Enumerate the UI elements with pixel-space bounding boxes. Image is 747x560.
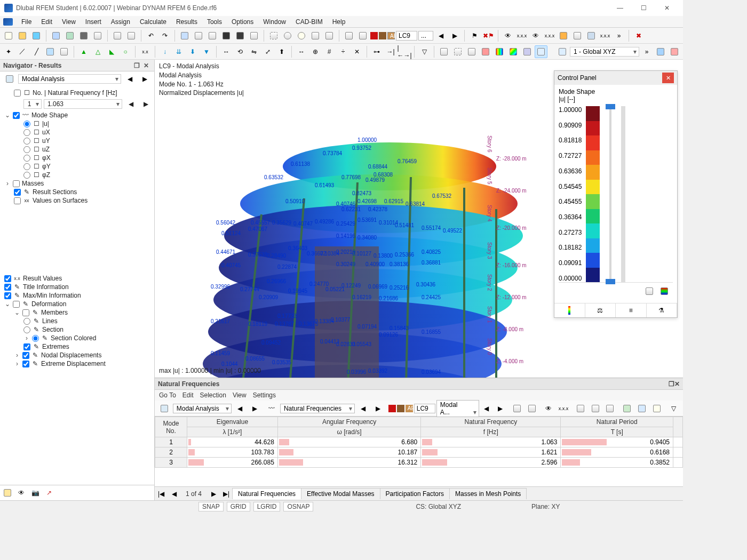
- legend-scrollbar[interactable]: [621, 106, 625, 282]
- menu-results[interactable]: Results: [172, 17, 202, 27]
- nav-next-icon[interactable]: ▶: [138, 73, 151, 85]
- nav-filter-icon[interactable]: [3, 73, 16, 85]
- nav-modeshape-row[interactable]: ⌄ 〰 Mode Shape: [0, 111, 154, 119]
- bp-dim-icon[interactable]: x.x.x: [557, 402, 570, 415]
- nav-tab4-icon[interactable]: ↗: [43, 486, 55, 499]
- nav-close-icon[interactable]: ✕: [141, 61, 151, 70]
- menu-assign[interactable]: Assign: [107, 17, 134, 27]
- undo-icon[interactable]: ↶: [145, 29, 157, 42]
- join-icon[interactable]: ⊕: [309, 45, 322, 58]
- nav-lines-row[interactable]: ✎ Lines: [0, 317, 154, 325]
- nav-lines-radio[interactable]: [23, 318, 30, 325]
- plot1-icon[interactable]: [438, 45, 450, 58]
- nav-members-row[interactable]: ⌄ ✎ Members: [0, 308, 154, 317]
- load3-icon[interactable]: ⬇: [186, 45, 199, 58]
- view3d-icon[interactable]: [556, 45, 569, 58]
- bp-view[interactable]: View: [233, 391, 247, 399]
- bp-tbl3-icon[interactable]: [603, 402, 616, 415]
- menu-help[interactable]: Help: [328, 17, 350, 27]
- select-node-icon[interactable]: [323, 29, 336, 42]
- dim2-icon[interactable]: x.x.x: [543, 29, 556, 42]
- tile-icon[interactable]: [557, 29, 570, 42]
- nav-section-row[interactable]: ✎ Section: [0, 325, 154, 334]
- nav-modeshape-check[interactable]: [13, 112, 20, 119]
- scale-icon[interactable]: ⤢: [261, 45, 274, 58]
- diagram-icon[interactable]: [479, 45, 492, 58]
- textload-icon[interactable]: x.x: [139, 45, 152, 58]
- dim3-icon[interactable]: x.x.x: [599, 29, 611, 42]
- block-icon[interactable]: [50, 29, 62, 42]
- bp-combo2[interactable]: Natural Frequencies: [280, 404, 355, 413]
- select-swap-icon[interactable]: [295, 29, 308, 42]
- bp-lc[interactable]: AE LC9 Modal A... ◀ ▶: [388, 400, 506, 417]
- bp-wave-icon[interactable]: 〰: [265, 402, 278, 415]
- support3-icon[interactable]: ◣: [105, 45, 118, 58]
- menu-file[interactable]: File: [17, 17, 36, 27]
- cp-tab-list-icon[interactable]: ≡: [616, 303, 647, 317]
- delete-all-icon[interactable]: ✖: [632, 29, 645, 42]
- nav-u-option[interactable]: ☐uY: [0, 137, 154, 145]
- more-icon[interactable]: »: [613, 29, 625, 42]
- print-icon[interactable]: [91, 29, 104, 42]
- close-button[interactable]: ✕: [655, 1, 679, 15]
- node-icon[interactable]: ✦: [2, 45, 15, 58]
- nav-u-option[interactable]: ☐|u|: [0, 119, 154, 128]
- bp-tab-modmass[interactable]: Effective Modal Masses: [301, 488, 380, 499]
- bp-float-icon[interactable]: ❐: [669, 380, 674, 388]
- slider-thumb-bottom[interactable]: [606, 279, 615, 284]
- bp-export2-icon[interactable]: [650, 402, 663, 415]
- menu-view[interactable]: View: [58, 17, 80, 27]
- nav-titleinfo-check[interactable]: [4, 284, 11, 291]
- status-snap[interactable]: SNAP: [198, 502, 224, 511]
- align-right-icon[interactable]: [356, 29, 369, 42]
- nav-freq-check[interactable]: [14, 90, 21, 97]
- bp-goto[interactable]: Go To: [159, 391, 176, 399]
- menu-edit[interactable]: Edit: [37, 17, 57, 27]
- plot3-icon[interactable]: [465, 45, 478, 58]
- bp-settings[interactable]: Settings: [253, 391, 276, 399]
- minimize-button[interactable]: —: [608, 1, 632, 15]
- copy-icon[interactable]: [111, 29, 124, 42]
- plot2-icon[interactable]: [451, 45, 464, 58]
- save-icon[interactable]: [77, 29, 90, 42]
- u-radio[interactable]: [23, 129, 30, 136]
- nav-tab1-icon[interactable]: [1, 486, 14, 499]
- split-icon[interactable]: |←→|: [398, 45, 411, 58]
- eye2-icon[interactable]: 👁: [529, 29, 542, 42]
- workplane-icon[interactable]: [654, 45, 667, 58]
- u-radio[interactable]: [23, 163, 30, 170]
- nav-tab2-icon[interactable]: 👁: [15, 486, 28, 499]
- nav-nodaldisp-row[interactable]: › ✎ Nodal Displacements: [0, 351, 154, 359]
- def-icon[interactable]: [535, 45, 547, 58]
- table-row[interactable]: 3 266.085 16.312 2.596 0.3852: [155, 458, 683, 468]
- cp-tab-balance-icon[interactable]: ⚖: [585, 303, 616, 317]
- nav-nodaldisp-check[interactable]: [22, 352, 29, 359]
- expand-icon[interactable]: »: [640, 45, 653, 58]
- u-radio[interactable]: [23, 155, 30, 162]
- bp-tab-natfreq[interactable]: Natural Frequencies: [232, 488, 301, 499]
- nav-extremedisp-row[interactable]: › ✎ Extreme Displacement: [0, 359, 154, 368]
- paste-icon[interactable]: [125, 29, 138, 42]
- bp-fwd-icon[interactable]: ▶: [207, 487, 220, 500]
- bp-combo1[interactable]: Modal Analysis: [173, 404, 232, 413]
- line-icon[interactable]: ／: [16, 45, 29, 58]
- cp-tab-legend-icon[interactable]: [554, 303, 585, 317]
- divide-icon[interactable]: ÷: [337, 45, 349, 58]
- intersect-icon[interactable]: ✕: [351, 45, 363, 58]
- cube-icon[interactable]: [63, 29, 76, 42]
- bp-tab-meshmass[interactable]: Masses in Mesh Points: [449, 488, 527, 499]
- nav-freq-row[interactable]: ☐ No. | Natural Frequency f [Hz]: [0, 89, 154, 97]
- u-radio[interactable]: [23, 146, 30, 153]
- bp-prev2-icon[interactable]: ◀: [357, 402, 370, 415]
- list-icon[interactable]: [206, 29, 219, 42]
- nav-extremes-check[interactable]: [23, 343, 30, 350]
- curve-icon[interactable]: [585, 29, 598, 42]
- mirror-icon[interactable]: ⇋: [248, 45, 260, 58]
- bp-prev1-icon[interactable]: ◀: [234, 402, 247, 415]
- nav-freq-next-icon[interactable]: ▶: [139, 98, 152, 110]
- opening-icon[interactable]: [58, 45, 70, 58]
- filter-icon[interactable]: ▽: [418, 45, 431, 58]
- open-icon[interactable]: [16, 29, 29, 42]
- nav-resultsections-row[interactable]: ✎ Result Sections: [0, 188, 154, 196]
- bp-next1-icon[interactable]: ▶: [248, 402, 261, 415]
